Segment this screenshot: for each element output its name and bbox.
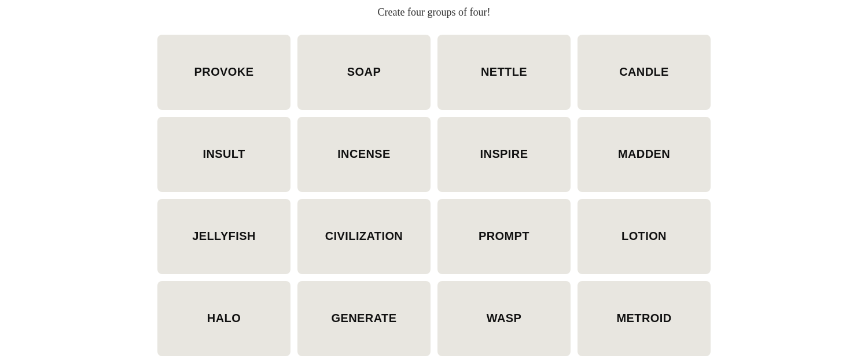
tile-label-madden: MADDEN: [618, 147, 670, 161]
tile-metroid[interactable]: METROID: [578, 281, 711, 356]
tile-label-prompt: PROMPT: [479, 230, 529, 243]
tile-label-insult: INSULT: [203, 147, 245, 161]
tile-label-provoke: PROVOKE: [194, 65, 254, 79]
tile-provoke[interactable]: PROVOKE: [157, 35, 290, 110]
game-subtitle: Create four groups of four!: [378, 6, 491, 19]
tile-incense[interactable]: INCENSE: [297, 117, 431, 192]
tile-label-nettle: NETTLE: [481, 65, 527, 79]
tile-wasp[interactable]: WASP: [437, 281, 571, 356]
tile-label-wasp: WASP: [487, 312, 522, 325]
tile-label-metroid: METROID: [616, 312, 671, 325]
tile-label-generate: GENERATE: [332, 312, 397, 325]
tile-insult[interactable]: INSULT: [157, 117, 290, 192]
tile-halo[interactable]: HALO: [157, 281, 290, 356]
tile-civilization[interactable]: CIVILIZATION: [297, 199, 431, 274]
tile-label-lotion: LOTION: [621, 230, 667, 243]
tile-madden[interactable]: MADDEN: [578, 117, 711, 192]
word-grid: PROVOKESOAPNETTLECANDLEINSULTINCENSEINSP…: [157, 35, 711, 356]
tile-nettle[interactable]: NETTLE: [437, 35, 571, 110]
tile-label-soap: SOAP: [347, 65, 381, 79]
tile-lotion[interactable]: LOTION: [578, 199, 711, 274]
tile-label-inspire: INSPIRE: [480, 147, 528, 161]
tile-prompt[interactable]: PROMPT: [437, 199, 571, 274]
tile-jellyfish[interactable]: JELLYFISH: [157, 199, 290, 274]
tile-inspire[interactable]: INSPIRE: [437, 117, 571, 192]
tile-label-incense: INCENSE: [337, 147, 391, 161]
tile-label-jellyfish: JELLYFISH: [192, 230, 256, 243]
tile-candle[interactable]: CANDLE: [578, 35, 711, 110]
tile-label-halo: HALO: [207, 312, 241, 325]
tile-generate[interactable]: GENERATE: [297, 281, 431, 356]
tile-label-candle: CANDLE: [619, 65, 669, 79]
tile-label-civilization: CIVILIZATION: [325, 230, 403, 243]
tile-soap[interactable]: SOAP: [297, 35, 431, 110]
